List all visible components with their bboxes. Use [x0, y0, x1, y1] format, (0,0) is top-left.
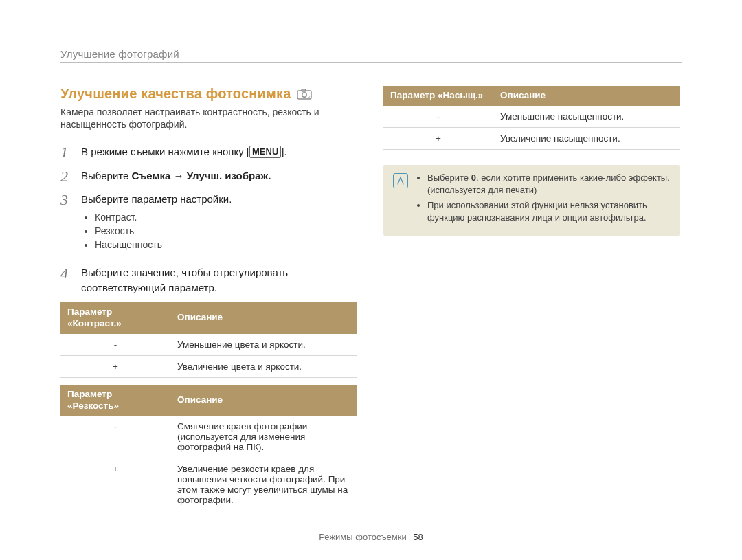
- svg-text:P: P: [307, 94, 310, 98]
- step-body: Выберите параметр настройки. Контраст. Р…: [81, 192, 357, 259]
- table-header: Описание: [170, 302, 357, 334]
- step-body: Выберите значение, чтобы отрегулировать …: [81, 265, 357, 295]
- table-row: + Увеличение цвета и яркости.: [60, 355, 357, 377]
- table-header-row: Параметр «Резкость» Описание: [60, 385, 357, 416]
- info-icon: [393, 173, 408, 188]
- table-row: + Увеличение насыщенности.: [383, 127, 680, 149]
- desc-cell: Смягчение краев фотографии (используется…: [170, 416, 357, 458]
- desc-cell: Увеличение цвета и яркости.: [170, 355, 357, 377]
- table-row: - Смягчение краев фотографии (использует…: [60, 416, 357, 458]
- saturation-table: Параметр «Насыщ.» Описание - Уменьшение …: [383, 86, 680, 150]
- step-number: 2: [60, 168, 71, 185]
- step-text: Выберите значение, чтобы отрегулировать …: [81, 267, 288, 293]
- step-body: В режиме съемки нажмите кнопку [MENU].: [81, 144, 357, 161]
- desc-cell: Уменьшение насыщенности.: [493, 106, 680, 128]
- step-sublist: Контраст. Резкость Насыщенность: [81, 210, 357, 252]
- page: Улучшение фотографий Улучшение качества …: [0, 0, 742, 560]
- step-2: 2 Выберите Съемка → Улучш. изображ.: [60, 168, 357, 185]
- table-row: - Уменьшение насыщенности.: [383, 106, 680, 128]
- step-number: 3: [60, 192, 71, 259]
- svg-point-2: [302, 92, 306, 96]
- param-cell: -: [383, 106, 493, 128]
- step-text: В режиме съемки нажмите кнопку [: [81, 146, 249, 157]
- contrast-table: Параметр «Контраст.» Описание - Уменьшен…: [60, 302, 357, 378]
- desc-cell: Увеличение насыщенности.: [493, 127, 680, 149]
- page-header: Улучшение фотографий: [60, 48, 682, 63]
- sharpness-table: Параметр «Резкость» Описание - Смягчение…: [60, 385, 357, 512]
- table-header: Параметр «Насыщ.»: [383, 86, 493, 106]
- param-cell: -: [60, 334, 170, 356]
- breadcrumb: Улучшение фотографий: [60, 48, 682, 60]
- table-header: Описание: [493, 86, 680, 106]
- right-column: Параметр «Насыщ.» Описание - Уменьшение …: [383, 86, 680, 511]
- intro-text: Камера позволяет настраивать контрастнос…: [60, 106, 357, 131]
- page-number: 58: [413, 532, 423, 542]
- param-cell: +: [383, 127, 493, 149]
- step-1: 1 В режиме съемки нажмите кнопку [MENU].: [60, 144, 357, 161]
- section-title: Улучшение качества фотоснимка: [60, 86, 291, 102]
- step-body: Выберите Съемка → Улучш. изображ.: [81, 168, 357, 185]
- param-cell: -: [60, 416, 170, 458]
- note-item: Выберите 0, если хотите применить какие-…: [427, 172, 671, 197]
- table-header-row: Параметр «Контраст.» Описание: [60, 302, 357, 334]
- step-text: ].: [281, 146, 286, 157]
- table-header: Описание: [170, 385, 357, 416]
- table-row: - Уменьшение цвета и яркости.: [60, 334, 357, 356]
- note-box: Выберите 0, если хотите применить какие-…: [383, 165, 680, 236]
- table-row: + Увеличение резкости краев для повышени…: [60, 458, 357, 511]
- step-bold: Съемка → Улучш. изображ.: [131, 170, 271, 181]
- note-list: Выберите 0, если хотите применить какие-…: [416, 172, 671, 227]
- note-icon: [393, 172, 408, 227]
- desc-cell: Увеличение резкости краев для повышения …: [170, 458, 357, 511]
- step-4: 4 Выберите значение, чтобы отрегулироват…: [60, 265, 357, 295]
- menu-button-label: MENU: [249, 146, 281, 158]
- note-bold: 0: [471, 172, 476, 183]
- table-header: Параметр «Резкость»: [60, 385, 170, 416]
- sublist-item: Насыщенность: [95, 238, 357, 251]
- step-3: 3 Выберите параметр настройки. Контраст.…: [60, 192, 357, 259]
- param-cell: +: [60, 355, 170, 377]
- step-number: 4: [60, 265, 71, 295]
- step-text: Выберите параметр настройки.: [81, 193, 232, 205]
- two-column-layout: Улучшение качества фотоснимка P Камера п…: [60, 86, 682, 511]
- page-footer: Режимы фотосъемки 58: [0, 532, 742, 542]
- desc-cell: Уменьшение цвета и яркости.: [170, 334, 357, 356]
- step-number: 1: [60, 144, 71, 161]
- footer-label: Режимы фотосъемки: [319, 532, 406, 542]
- header-divider: [60, 62, 682, 63]
- left-column: Улучшение качества фотоснимка P Камера п…: [60, 86, 357, 511]
- param-cell: +: [60, 458, 170, 511]
- sublist-item: Контраст.: [95, 210, 357, 224]
- table-header: Параметр «Контраст.»: [60, 302, 170, 334]
- step-text: Выберите: [81, 170, 131, 181]
- section-heading: Улучшение качества фотоснимка P: [60, 86, 357, 102]
- camera-mode-icon: P: [297, 89, 312, 100]
- table-header-row: Параметр «Насыщ.» Описание: [383, 86, 680, 106]
- steps-list: 1 В режиме съемки нажмите кнопку [MENU].…: [60, 144, 357, 295]
- note-item: При использовании этой функции нельзя ус…: [427, 199, 671, 224]
- note-text: Выберите: [427, 172, 471, 183]
- sublist-item: Резкость: [95, 224, 357, 238]
